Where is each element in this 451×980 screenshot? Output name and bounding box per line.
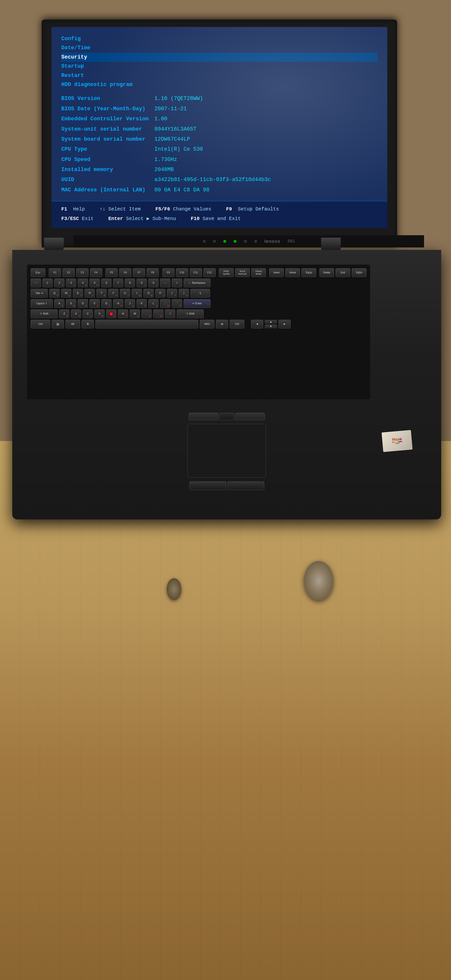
key-b[interactable]: BИ [106, 309, 116, 318]
key-space[interactable] [96, 320, 198, 329]
bios-menu-security[interactable]: Security [61, 52, 378, 62]
key-pgup[interactable]: PgUp [301, 268, 316, 277]
trackpoint-btn-right[interactable] [235, 413, 265, 420]
key-win[interactable]: ⊞ [52, 320, 64, 329]
trackpoint-btn-middle[interactable] [219, 413, 234, 420]
key-s[interactable]: SЫ [66, 299, 76, 308]
key-backslash[interactable]: \| [190, 289, 210, 298]
key-e[interactable]: EУ [73, 289, 83, 298]
bios-menu-startup[interactable]: Startup [61, 62, 378, 71]
key-a[interactable]: AФ [54, 299, 64, 308]
key-u[interactable]: UГ [120, 289, 130, 298]
key-6[interactable]: 6: [101, 278, 112, 287]
key-q[interactable]: QЙ [49, 289, 59, 298]
key-altgr[interactable]: AltGr [200, 320, 215, 329]
trackpoint[interactable] [109, 312, 113, 316]
key-f8[interactable]: F8 [147, 268, 159, 277]
key-f10[interactable]: F10 [176, 268, 188, 277]
key-f11[interactable]: F11 [190, 268, 202, 277]
key-f2[interactable]: F2 [62, 268, 75, 277]
key-p[interactable]: PЗ [155, 289, 166, 298]
key-home[interactable]: Home [285, 268, 300, 277]
key-5[interactable]: 5% [89, 278, 100, 287]
key-semicolon[interactable]: ;Ж [160, 299, 171, 308]
touchpad[interactable] [188, 424, 266, 478]
key-backtick[interactable]: `~ [31, 278, 41, 287]
bios-menu-datetime[interactable]: Date/Time [61, 43, 378, 52]
key-comma[interactable]: ,Б [142, 309, 152, 318]
key-f7[interactable]: F7 [133, 268, 145, 277]
key-m[interactable]: MЬ [130, 309, 140, 318]
key-4[interactable]: 4$ [78, 278, 88, 287]
key-left[interactable]: ◄ [251, 320, 263, 329]
key-capslock[interactable]: CapsLk ⇧ [31, 299, 53, 308]
key-x[interactable]: XЧ [71, 309, 81, 318]
key-z[interactable]: ZЯ [59, 309, 69, 318]
key-g[interactable]: GП [101, 299, 112, 308]
key-f3[interactable]: F3 [76, 268, 88, 277]
key-d[interactable]: DВ [78, 299, 88, 308]
key-f[interactable]: FА [89, 299, 100, 308]
bios-menu-hdd[interactable]: HDD diagnostic program [61, 80, 378, 89]
key-end[interactable]: End [336, 268, 350, 277]
key-1[interactable]: 1! [42, 278, 53, 287]
key-lshift[interactable]: ⇧ Shift [31, 309, 57, 318]
key-pause[interactable]: PauseBreak [251, 268, 266, 277]
key-pgdn[interactable]: PgDn [352, 268, 367, 277]
key-w[interactable]: WЦ [61, 289, 71, 298]
key-k[interactable]: KЛ [137, 299, 147, 308]
key-rbracket[interactable]: ]Ъ [178, 289, 189, 298]
key-delete[interactable]: Delete [319, 268, 334, 277]
touchpad-btn-left[interactable] [190, 481, 226, 490]
key-minus[interactable]: -_ [160, 278, 171, 287]
key-t[interactable]: TЕ [96, 289, 107, 298]
key-insert[interactable]: Insert [269, 268, 284, 277]
key-prtsc[interactable]: PrtScSysRq [219, 268, 234, 277]
key-slash[interactable]: /. [165, 309, 175, 318]
key-c[interactable]: CС [83, 309, 93, 318]
key-y[interactable]: YН [108, 289, 118, 298]
key-tab[interactable]: Tab ⇥ [31, 289, 48, 298]
key-8[interactable]: 8* [125, 278, 135, 287]
key-f1[interactable]: F1 [49, 268, 61, 277]
key-fn[interactable]: 🖳 [216, 320, 228, 329]
key-lalt[interactable]: Alt [65, 320, 80, 329]
trackpoint-btn-left[interactable] [189, 413, 218, 420]
key-2[interactable]: 2Э [54, 278, 64, 287]
key-lctrl[interactable]: Ctrl [31, 320, 50, 329]
key-up[interactable]: ▲ [265, 320, 277, 324]
key-compose[interactable]: 🖹 [81, 320, 94, 329]
bios-menu-restart[interactable]: Restart [61, 71, 378, 80]
key-period[interactable]: .Ю [153, 309, 164, 318]
key-9[interactable]: 9( [137, 278, 147, 287]
bios-menu-config[interactable]: Config [61, 34, 378, 43]
key-equals[interactable]: =+ [172, 278, 182, 287]
key-f6[interactable]: F6 [119, 268, 131, 277]
key-o[interactable]: OЩ [143, 289, 154, 298]
key-v[interactable]: VМ [94, 309, 105, 318]
key-r[interactable]: RК [84, 289, 95, 298]
key-h[interactable]: HР [113, 299, 123, 308]
key-j[interactable]: JО [125, 299, 135, 308]
key-rctrl[interactable]: Ctrl [229, 320, 244, 329]
key-f5[interactable]: F5 [105, 268, 118, 277]
key-n[interactable]: NТ [118, 309, 128, 318]
key-f4[interactable]: F4 [90, 268, 102, 277]
key-down[interactable]: ▼ [265, 325, 277, 328]
key-lbracket[interactable]: [Х [167, 289, 177, 298]
key-0[interactable]: 0) [148, 278, 159, 287]
key-l[interactable]: LД [148, 299, 159, 308]
key-enter[interactable]: ↵ Enter [183, 299, 210, 308]
key-esc[interactable]: Esc [31, 268, 45, 277]
touchpad-btn-right[interactable] [228, 481, 264, 490]
key-f12[interactable]: F12 [204, 268, 216, 277]
key-quote[interactable]: 'Э [172, 299, 182, 308]
key-3[interactable]: 3# [66, 278, 76, 287]
key-7[interactable]: 7. [113, 278, 123, 287]
key-right[interactable]: ► [279, 320, 291, 329]
key-rshift[interactable]: ⇧ Shift [177, 309, 204, 318]
key-f9[interactable]: F9 [162, 268, 175, 277]
key-scrlk[interactable]: ScrLkNumLyD [235, 268, 250, 277]
key-i[interactable]: IШ [132, 289, 142, 298]
key-backspace[interactable]: ← Backspace [183, 278, 210, 287]
